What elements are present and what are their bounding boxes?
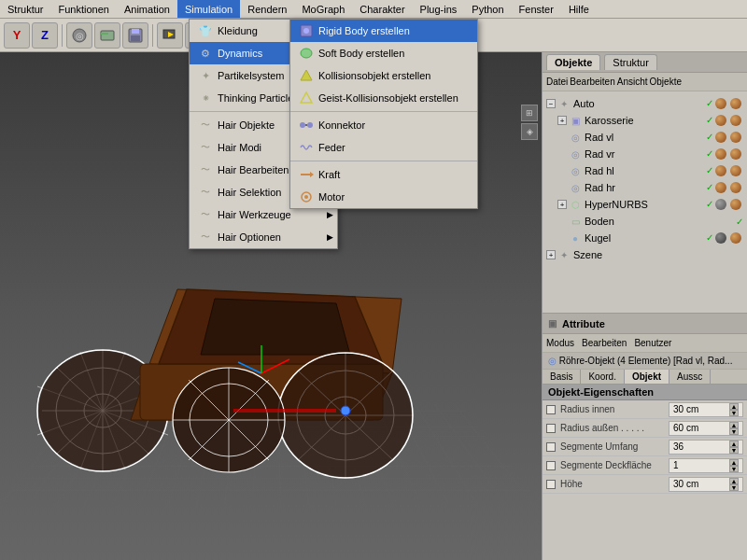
rigid-body-icon — [298, 22, 315, 39]
dropdown-overlay: 👕 Kleidung ▶ ⚙ Dynamics ▶ ✦ Partikelsyst… — [0, 0, 747, 560]
svg-point-60 — [304, 195, 308, 199]
dyn-sep2 — [290, 161, 477, 161]
thinking-particles-icon: ⁕ — [197, 90, 214, 106]
dynamics-icon: ⚙ — [197, 45, 214, 62]
svg-point-55 — [307, 122, 313, 128]
menu-item-kollision[interactable]: Kollisionsobjekt erstellen — [290, 64, 477, 87]
kraft-icon — [298, 166, 315, 183]
motor-icon — [298, 189, 315, 205]
menu-item-kraft[interactable]: Kraft — [290, 163, 477, 186]
menu-item-motor[interactable]: Motor — [290, 186, 477, 208]
konnektor-icon — [298, 117, 315, 133]
dynamics-submenu: Rigid Body erstellen Soft Body erstellen… — [289, 19, 478, 209]
menu-item-hair-optionen[interactable]: 〜 Hair Optionen ▶ — [190, 226, 337, 248]
dyn-sep1 — [290, 111, 477, 112]
menu-item-geist-kollision[interactable]: Geist-Kollisionsobjekt erstellen — [290, 87, 477, 109]
svg-marker-58 — [310, 172, 314, 177]
menu-item-rigid-body[interactable]: Rigid Body erstellen — [290, 20, 477, 42]
kollision-icon — [298, 67, 315, 84]
kleidung-icon: 👕 — [197, 22, 214, 39]
hair-werkzeuge-icon: 〜 — [197, 206, 214, 223]
partikelsystem-icon: ✦ — [197, 67, 214, 84]
svg-marker-53 — [301, 92, 312, 103]
svg-point-50 — [303, 28, 309, 34]
hair-werkzeuge-arrow: ▶ — [327, 210, 333, 219]
hair-optionen-icon: 〜 — [197, 229, 214, 245]
menu-item-soft-body[interactable]: Soft Body erstellen — [290, 42, 477, 64]
svg-marker-52 — [301, 70, 312, 80]
hair-modi-icon: 〜 — [197, 139, 214, 156]
menu-item-feder[interactable]: Feder — [290, 136, 477, 159]
svg-point-51 — [301, 49, 312, 58]
hair-bearbeiten-icon: 〜 — [197, 161, 214, 178]
menu-item-konnektor[interactable]: Konnektor — [290, 114, 477, 136]
feder-icon — [298, 139, 315, 156]
svg-point-54 — [300, 122, 305, 128]
hair-objekte-icon: 〜 — [197, 117, 214, 133]
soft-body-icon — [298, 45, 315, 62]
geist-kollision-icon — [298, 90, 315, 106]
hair-optionen-arrow: ▶ — [327, 232, 333, 242]
hair-selektion-icon: 〜 — [197, 184, 214, 201]
